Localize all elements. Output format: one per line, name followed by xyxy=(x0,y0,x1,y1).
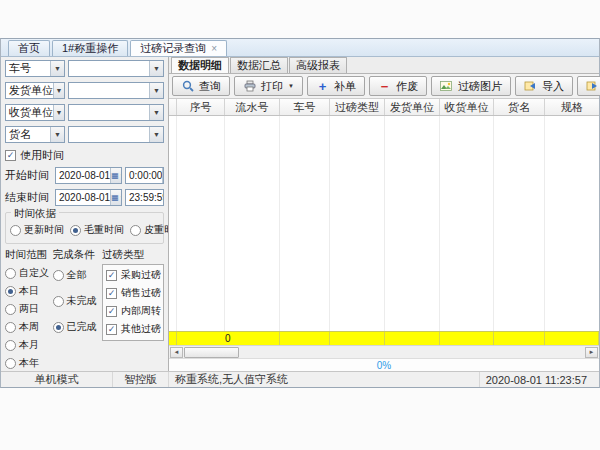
calendar-icon[interactable]: ▦▼ xyxy=(110,190,122,205)
radio-gross-time[interactable]: 毛重时间 xyxy=(70,223,124,237)
vehicle-value-select[interactable]: ▼ xyxy=(68,60,164,77)
radio-today[interactable]: 本日 xyxy=(5,284,53,298)
import-button[interactable]: 导入 xyxy=(515,76,573,96)
minus-icon: − xyxy=(378,80,391,93)
end-date-picker[interactable]: 2020-08-01 ▦▼ xyxy=(55,189,122,206)
goods-value-select[interactable]: ▼ xyxy=(68,126,164,143)
scrollbar-thumb[interactable] xyxy=(184,347,239,358)
sender-field-label: 发货单位 xyxy=(6,83,53,98)
column-header-goods[interactable]: 货名 xyxy=(494,99,545,115)
radio-custom-range[interactable]: 自定义 xyxy=(5,266,53,280)
chevron-down-icon[interactable]: ▼ xyxy=(149,105,163,120)
summary-row: 0 xyxy=(169,331,599,345)
tab-home[interactable]: 首页 xyxy=(8,40,50,56)
vehicle-field-select[interactable]: 车号 ▼ xyxy=(5,60,65,77)
close-icon[interactable]: × xyxy=(211,44,217,54)
tab-data-detail[interactable]: 数据明细 xyxy=(171,57,229,73)
void-order-button[interactable]: − 作废 xyxy=(369,76,427,96)
column-header-spec[interactable]: 规格 xyxy=(545,99,599,115)
export-button[interactable]: 导出 ▼ xyxy=(577,76,600,96)
status-timestamp: 2020-08-01 11:23:57 xyxy=(480,372,599,387)
receiver-field-select[interactable]: 收货单位 ▼ xyxy=(5,104,65,121)
chevron-down-icon: ▼ xyxy=(288,83,294,89)
time-range-column: 时间范围 自定义 本日 两日 本周 本月 本年 xyxy=(5,248,53,371)
records-grid: 序号 流水号 车号 过磅类型 发货单位 收货单位 货名 规格 xyxy=(169,99,599,371)
weigh-type-title: 过磅类型 xyxy=(102,248,164,262)
end-time-label: 结束时间 xyxy=(5,190,55,205)
radio-two-days[interactable]: 两日 xyxy=(5,302,53,316)
chevron-down-icon[interactable]: ▼ xyxy=(50,61,64,76)
time-basis-title: 时间依据 xyxy=(11,207,59,221)
checkbox-internal-transfer[interactable]: ✓内部周转 xyxy=(106,304,161,318)
radio-this-month[interactable]: 本月 xyxy=(5,338,53,352)
sender-field-select[interactable]: 发货单位 ▼ xyxy=(5,82,65,99)
horizontal-scrollbar[interactable]: ◄ ► xyxy=(169,345,599,358)
column-header-sender[interactable]: 发货单位 xyxy=(385,99,440,115)
tab-data-summary[interactable]: 数据汇总 xyxy=(230,57,288,73)
grid-body-empty[interactable] xyxy=(169,116,599,331)
end-time-row: 结束时间 2020-08-01 ▦▼ 23:59:59 ▲▼ xyxy=(5,189,164,206)
complete-status-column: 完成条件 全部 未完成 已完成 xyxy=(53,248,102,371)
goods-field-label: 货名 xyxy=(6,127,50,142)
vehicle-filter-row: 车号 ▼ ▼ xyxy=(5,60,164,77)
sender-value-select[interactable]: ▼ xyxy=(68,82,164,99)
end-time-spinner[interactable]: 23:59:59 ▲▼ xyxy=(125,189,164,206)
start-date-picker[interactable]: 2020-08-01 ▦▼ xyxy=(55,167,122,184)
supplement-order-button[interactable]: + 补单 xyxy=(307,76,365,96)
radio-icon xyxy=(70,225,81,236)
radio-this-week[interactable]: 本周 xyxy=(5,320,53,334)
status-bar: 单机模式 智控版 称重系统,无人值守系统 2020-08-01 11:23:57 xyxy=(1,371,599,387)
scroll-left-icon[interactable]: ◄ xyxy=(170,347,183,358)
screen: 首页 1#称重操作 过磅记录查询 × 车号 ▼ ▼ xyxy=(0,0,600,450)
radio-finished[interactable]: 已完成 xyxy=(53,320,102,334)
import-icon xyxy=(524,80,537,93)
chevron-down-icon[interactable]: ▼ xyxy=(149,83,163,98)
query-button[interactable]: 查询 xyxy=(172,76,230,96)
use-time-label: 使用时间 xyxy=(20,148,64,163)
view-tab-bar: 数据明细 数据汇总 高级报表 xyxy=(169,57,599,74)
column-header-weigh-type[interactable]: 过磅类型 xyxy=(330,99,385,115)
scroll-right-icon[interactable]: ► xyxy=(585,347,598,358)
chevron-down-icon[interactable]: ▼ xyxy=(53,105,64,120)
column-header-vehicle[interactable]: 车号 xyxy=(280,99,330,115)
radio-icon xyxy=(130,225,141,236)
vehicle-field-label: 车号 xyxy=(6,61,50,76)
receiver-value-select[interactable]: ▼ xyxy=(68,104,164,121)
app-tab-bar: 首页 1#称重操作 过磅记录查询 × xyxy=(1,39,599,57)
radio-update-time[interactable]: 更新时间 xyxy=(10,223,64,237)
tab-advanced-report[interactable]: 高级报表 xyxy=(289,57,347,73)
grid-header-row: 序号 流水号 车号 过磅类型 发货单位 收货单位 货名 规格 xyxy=(169,99,599,116)
weigh-photos-button[interactable]: 过磅图片 xyxy=(431,76,511,96)
tab-weigh-operation-label: 1#称重操作 xyxy=(62,41,118,56)
chevron-down-icon[interactable]: ▼ xyxy=(53,83,64,98)
tab-record-query[interactable]: 过磅记录查询 × xyxy=(130,40,227,56)
status-system-name: 称重系统,无人值守系统 xyxy=(169,372,480,387)
radio-tare-time[interactable]: 皮重时间 xyxy=(130,223,169,237)
radio-unfinished[interactable]: 未完成 xyxy=(53,294,102,308)
use-time-checkbox[interactable]: ✓ xyxy=(5,150,16,161)
chevron-down-icon[interactable]: ▼ xyxy=(50,127,64,142)
progress-bar: 0% xyxy=(169,358,599,371)
complete-status-title: 完成条件 xyxy=(53,248,102,262)
radio-this-year[interactable]: 本年 xyxy=(5,356,53,370)
print-button[interactable]: 打印 ▼ xyxy=(234,76,303,96)
column-header-serial[interactable]: 流水号 xyxy=(225,99,280,115)
checkbox-other-weigh[interactable]: ✓其他过磅 xyxy=(106,322,161,336)
weigh-type-box: ✓采购过磅 ✓销售过磅 ✓内部周转 ✓其他过磅 xyxy=(102,264,164,341)
tab-weigh-operation[interactable]: 1#称重操作 xyxy=(52,40,128,56)
column-header-receiver[interactable]: 收货单位 xyxy=(440,99,494,115)
chevron-down-icon[interactable]: ▼ xyxy=(149,61,163,76)
start-time-spinner[interactable]: 0:00:00 ▲▼ xyxy=(125,167,164,184)
export-icon xyxy=(586,80,599,93)
checkbox-purchase-weigh[interactable]: ✓采购过磅 xyxy=(106,268,161,282)
column-header-seq[interactable]: 序号 xyxy=(177,99,225,115)
calendar-icon[interactable]: ▦▼ xyxy=(110,168,122,183)
radio-all[interactable]: 全部 xyxy=(53,268,102,282)
checkbox-sale-weigh[interactable]: ✓销售过磅 xyxy=(106,286,161,300)
spinner-icon[interactable]: ▲▼ xyxy=(162,168,164,183)
search-icon xyxy=(181,80,194,93)
goods-field-select[interactable]: 货名 ▼ xyxy=(5,126,65,143)
receiver-field-label: 收货单位 xyxy=(6,105,53,120)
weigh-type-column: 过磅类型 ✓采购过磅 ✓销售过磅 ✓内部周转 ✓其他过磅 xyxy=(102,248,164,371)
chevron-down-icon[interactable]: ▼ xyxy=(149,127,163,142)
